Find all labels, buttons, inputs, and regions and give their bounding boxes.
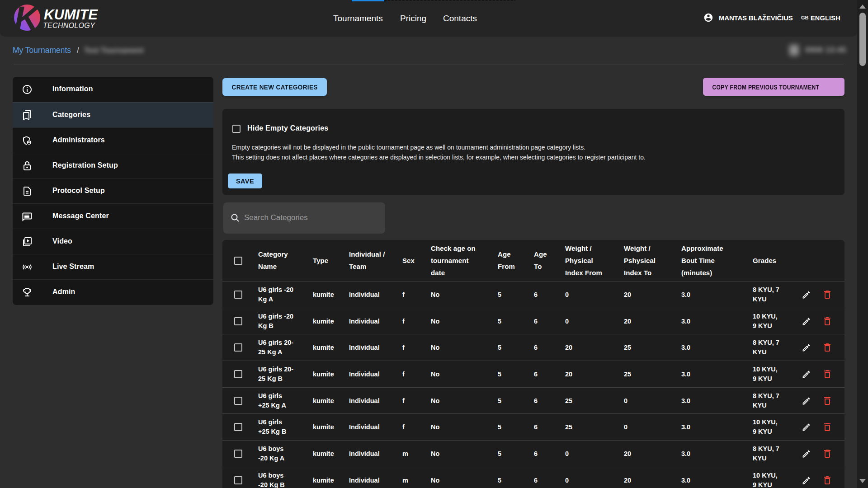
svg-text:K: K bbox=[14, 0, 41, 37]
